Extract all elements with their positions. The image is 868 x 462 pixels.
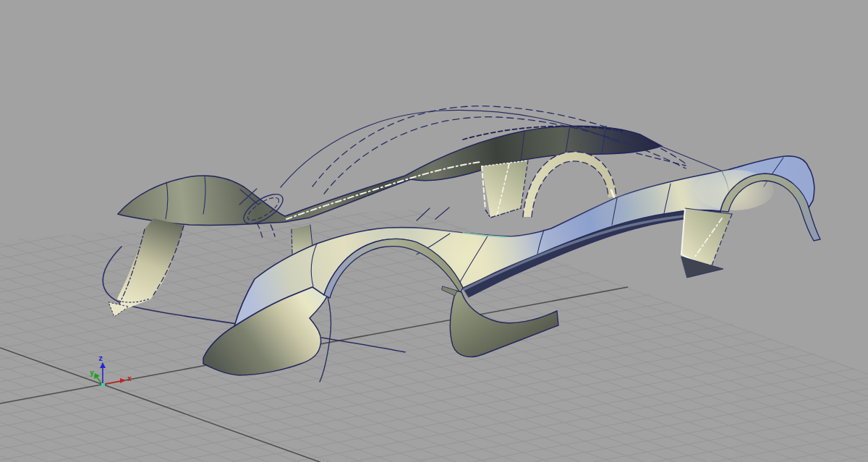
y-axis-label: y bbox=[90, 369, 94, 377]
viewport[interactable]: z x y bbox=[0, 0, 868, 462]
x-axis-label: x bbox=[127, 375, 132, 382]
origin-point bbox=[101, 383, 105, 387]
z-axis-label: z bbox=[98, 354, 103, 362]
